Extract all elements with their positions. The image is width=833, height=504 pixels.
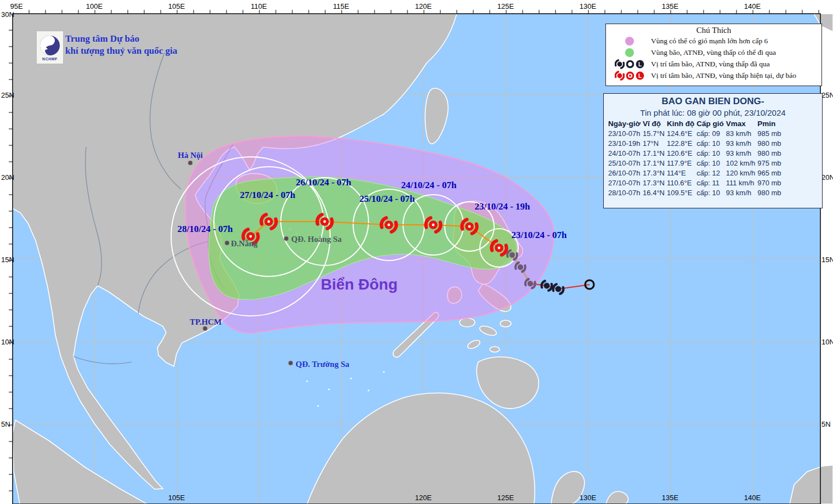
forecast-row: 25/10-07h17.1°N117.9°Ecấp: 10102 km/h975… bbox=[607, 158, 783, 168]
forecast-column-header: Vmax bbox=[725, 120, 756, 128]
forecast-row: 23/10-07h15.7°N124.6°Ecấp: 0983 km/h985 … bbox=[607, 128, 783, 138]
axis-label-bottom: 120E bbox=[415, 494, 432, 502]
forecast-cell: 17.1°N bbox=[642, 158, 666, 168]
storm-forecast-map: { "agency": { "name_line1": "Trung tâm D… bbox=[0, 0, 833, 504]
ring-icon bbox=[626, 60, 634, 69]
legend: Chú Thích Vùng có thể có gió mạnh lớn hơ… bbox=[605, 24, 822, 86]
forecast-cell: 120.6°E bbox=[666, 148, 695, 158]
low-icon: L bbox=[636, 71, 644, 80]
forecast-cell: 17.3°N bbox=[642, 178, 666, 188]
forecast-cell: 110.6°E bbox=[666, 178, 695, 188]
forecast-row: 27/10-07h17.3°N110.6°Ecấp: 11111 km/h970… bbox=[607, 178, 783, 188]
nchmf-logo: NCHMF bbox=[36, 31, 64, 64]
city-dot bbox=[225, 241, 229, 245]
nchmf-emblem-icon bbox=[39, 35, 61, 56]
forecast-cell: 120 km/h bbox=[725, 168, 756, 178]
svg-text:L: L bbox=[638, 61, 642, 67]
forecast-cell: 93 km/h bbox=[725, 188, 756, 197]
axis-label-bottom: 135E bbox=[662, 494, 679, 502]
forecast-cell: 83 km/h bbox=[725, 128, 756, 138]
forecast-column-header: Cấp gió bbox=[695, 120, 725, 128]
forecast-column-header: Pmin bbox=[756, 120, 782, 128]
forecast-cell: 114°E bbox=[666, 168, 695, 178]
forecast-cell: 23/10-19h bbox=[607, 138, 642, 148]
axis-label-top: 100E bbox=[86, 2, 103, 10]
forecast-cell: 17.1°N bbox=[642, 148, 666, 158]
forecast-cell: 17°N bbox=[642, 138, 666, 148]
axis-label-top: 105E bbox=[168, 2, 185, 10]
track-time-label: 23/10/24 - 19h bbox=[474, 201, 530, 212]
legend-item-label: Vùng bão, ATNĐ, vùng thấp có thể đi qua bbox=[651, 48, 776, 57]
forecast-cell: 980 mb bbox=[756, 148, 782, 158]
forecast-cell: cấp: 09 bbox=[695, 128, 725, 138]
city-label: QĐ. Trường Sa bbox=[296, 360, 350, 369]
axis-label-top: 125E bbox=[497, 2, 514, 10]
bulletin-issued-time: Tin phát lúc: 08 giờ 00 phút, 23/10/2024 bbox=[604, 108, 822, 117]
axis-label-top: 115E bbox=[333, 2, 349, 10]
forecast-cell: 109.5°E bbox=[666, 188, 695, 197]
track-time-label: 27/10/24 - 07h bbox=[240, 190, 296, 200]
agency-title: Trung tâm Dự báo khí tượng thuỷ văn quốc… bbox=[65, 33, 177, 57]
legend-title: Chú Thích bbox=[606, 26, 821, 35]
axis-label-right: 5N bbox=[821, 420, 831, 428]
axis-label-left: 5N bbox=[1, 420, 10, 428]
agency-title-line1: Trung tâm Dự báo bbox=[65, 33, 177, 45]
legend-icon-group: L bbox=[608, 71, 651, 81]
forecast-row: 26/10-07h17.3°N114°Ecấp: 12120 km/h965 m… bbox=[607, 168, 783, 178]
forecast-cell: 965 mb bbox=[756, 168, 782, 178]
track-time-label: 25/10/24 - 07h bbox=[359, 194, 415, 204]
legend-item-label: Vị trí tâm bão, ATNĐ, vùng thấp hiện tại… bbox=[651, 71, 796, 80]
forecast-table-body: 23/10-07h15.7°N124.6°Ecấp: 0983 km/h985 … bbox=[607, 128, 783, 197]
forecast-cell: 93 km/h bbox=[725, 138, 756, 148]
storm-icon bbox=[615, 71, 625, 81]
forecast-table: Ngày-giờVĩ độKinh độCấp gióVmaxPmin 23/1… bbox=[607, 120, 783, 197]
forecast-cell: 28/10-07h bbox=[607, 188, 642, 197]
city-dot bbox=[188, 161, 192, 165]
axis-label-bottom: 105E bbox=[168, 494, 185, 502]
legend-item-label: Vùng có thể có gió mạnh lớn hơn cấp 6 bbox=[651, 37, 768, 46]
legend-item: Vùng bão, ATNĐ, vùng thấp có thể đi qua bbox=[606, 47, 821, 58]
land-visayas-3 bbox=[500, 320, 511, 327]
forecast-cell: cấp: 10 bbox=[695, 188, 725, 197]
city-label: Hà Nội bbox=[178, 151, 202, 160]
axis-label-top: 135E bbox=[662, 2, 679, 10]
axis-label-right: 20N bbox=[821, 173, 833, 182]
forecast-cell: 26/10-07h bbox=[607, 168, 642, 178]
low-icon: L bbox=[636, 60, 644, 69]
land-visayas-1 bbox=[460, 318, 475, 327]
city-label: QĐ. Hoàng Sa bbox=[291, 235, 342, 243]
axis-label-bottom: 125E bbox=[497, 494, 514, 502]
axis-label-bottom: 140E bbox=[744, 494, 761, 502]
forecast-cell: cấp: 11 bbox=[695, 178, 725, 188]
axis-label-top: 120E bbox=[415, 2, 432, 10]
forecast-cell: 27/10-07h bbox=[607, 178, 642, 188]
legend-item: Vùng có thể có gió mạnh lớn hơn cấp 6 bbox=[606, 35, 821, 47]
forecast-row: 24/10-07h17.1°N120.6°Ecấp: 1093 km/h980 … bbox=[607, 148, 783, 158]
forecast-cell: 15.7°N bbox=[642, 128, 666, 138]
forecast-cell: 23/10-07h bbox=[607, 128, 642, 138]
legend-rows: Vùng có thể có gió mạnh lớn hơn cấp 6Vùn… bbox=[606, 35, 821, 81]
forecast-cell: 102 km/h bbox=[725, 158, 756, 168]
forecast-row: 23/10-19h17°N122.8°Ecấp: 1093 km/h980 mb bbox=[607, 138, 783, 148]
land-visayas-5 bbox=[490, 347, 500, 352]
green-zone-icon bbox=[625, 48, 634, 57]
svg-text:L: L bbox=[638, 72, 642, 78]
axis-label-top: 130E bbox=[580, 2, 597, 10]
bulletin-title: BAO GAN BIEN DONG- bbox=[604, 96, 822, 107]
legend-icon-group: L bbox=[608, 59, 651, 69]
storm-bulletin: BAO GAN BIEN DONG- Tin phát lúc: 08 giờ … bbox=[603, 93, 823, 208]
pink-zone-icon bbox=[625, 37, 634, 46]
city-label: TP.HCM bbox=[190, 318, 222, 326]
forecast-cell: 117.9°E bbox=[666, 158, 695, 168]
forecast-column-header: Kinh độ bbox=[666, 120, 695, 128]
city-label: Đ.Nẵng bbox=[231, 239, 258, 248]
forecast-cell: 24/10-07h bbox=[607, 148, 642, 158]
legend-icon-group bbox=[608, 48, 651, 57]
axis-label-top: 110E bbox=[251, 2, 267, 10]
forecast-column-header: Vĩ độ bbox=[642, 120, 666, 128]
forecast-table-header: Ngày-giờVĩ độKinh độCấp gióVmaxPmin bbox=[607, 120, 783, 128]
forecast-cell: 111 km/h bbox=[725, 178, 756, 188]
forecast-cell: 16.4°N bbox=[642, 188, 666, 197]
axis-label-bottom: 130E bbox=[580, 494, 597, 502]
sea-name-label: Biển Đông bbox=[321, 276, 398, 293]
